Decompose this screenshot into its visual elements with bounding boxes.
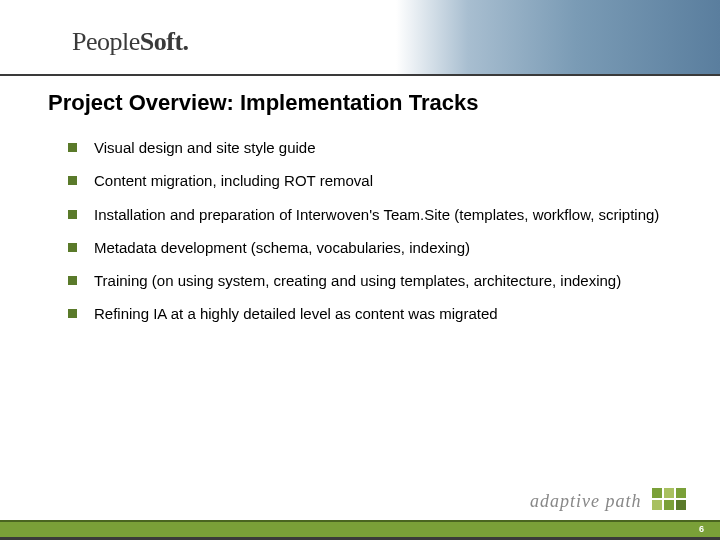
header-underline: [0, 74, 720, 76]
logo-part-bold: Soft.: [140, 27, 189, 56]
bottom-stripe: 6: [0, 520, 720, 540]
bullet-item: Refining IA at a highly detailed level a…: [68, 304, 672, 324]
peoplesoft-logo: PeopleSoft.: [72, 26, 189, 57]
bullet-item: Metadata development (schema, vocabulari…: [68, 238, 672, 258]
bullet-item: Content migration, including ROT removal: [68, 171, 672, 191]
slide-title: Project Overview: Implementation Tracks: [0, 76, 720, 116]
header-bar: PeopleSoft.: [0, 0, 720, 76]
logo-part-thin: People: [72, 27, 140, 56]
bullet-item: Installation and preparation of Interwov…: [68, 205, 672, 225]
adaptive-path-logo: adaptive path: [530, 488, 692, 512]
bullet-item: Training (on using system, creating and …: [68, 271, 672, 291]
adaptive-path-mark-icon: [652, 488, 692, 512]
footer-brand-text: adaptive path: [530, 491, 641, 512]
bullet-list: Visual design and site style guide Conte…: [0, 116, 720, 325]
bullet-item: Visual design and site style guide: [68, 138, 672, 158]
page-number: 6: [699, 524, 704, 534]
